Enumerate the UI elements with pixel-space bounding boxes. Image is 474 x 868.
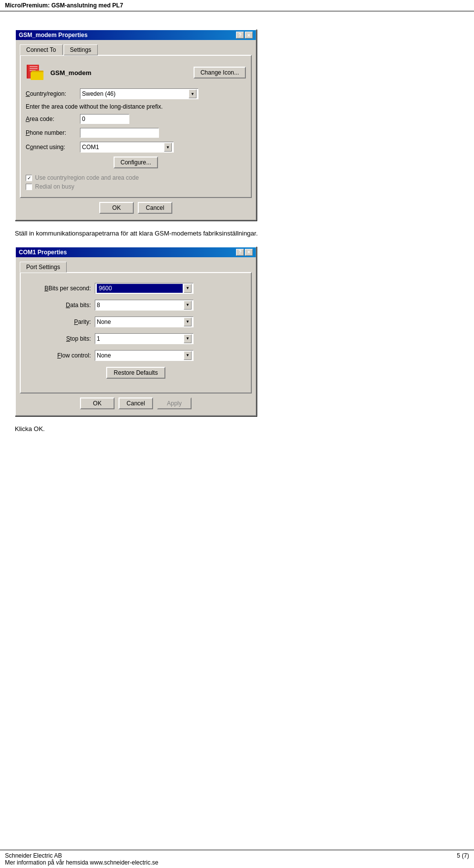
parity-row: Parity: None ▼ — [36, 316, 236, 327]
restore-defaults-row: Restore Defaults — [36, 367, 236, 379]
section-text: Ställ in kommunikationsparapetrarna för … — [15, 229, 459, 238]
tab-settings[interactable]: Settings — [64, 44, 98, 55]
checkbox-country-code[interactable]: ✓ — [26, 175, 32, 181]
restore-defaults-button[interactable]: Restore Defaults — [106, 367, 165, 379]
gsm-tab-content: GSM_modem Change Icon... Country/region:… — [20, 55, 252, 198]
gsm-dialog: GSM_modem Properties ? × Connect To Sett… — [15, 29, 257, 221]
data-bits-combo-arrow[interactable]: ▼ — [184, 301, 192, 310]
page-title: Micro/Premium: GSM-anslutning med PL7 — [5, 2, 123, 9]
connect-using-combo[interactable]: COM1 ▼ — [80, 142, 174, 153]
com1-titlebar-buttons: ? × — [236, 249, 253, 256]
footer-left: Schneider Electric AB Mer information på… — [5, 852, 158, 866]
bits-combo[interactable]: 9600 ▼ — [95, 283, 194, 294]
com1-tab-content: BBits per second: 9600 ▼ Data bits: — [20, 272, 252, 394]
country-combo[interactable]: Sweden (46) ▼ — [80, 88, 198, 99]
phone-input[interactable] — [80, 128, 159, 138]
gsm-cancel-button[interactable]: Cancel — [138, 202, 172, 214]
data-bits-combo[interactable]: 8 ▼ — [95, 300, 194, 311]
country-row: Country/region: Sweden (46) ▼ — [26, 88, 246, 99]
gsm-dialog-buttons: OK Cancel — [20, 198, 252, 216]
modem-icon — [26, 63, 45, 82]
configure-row: Configure... — [26, 157, 246, 168]
svg-rect-6 — [31, 72, 43, 80]
footer-company: Schneider Electric AB — [5, 852, 158, 859]
modem-name: GSM_modem — [50, 69, 91, 77]
phone-label: Phone number: — [26, 129, 80, 136]
area-code-row: Area code: — [26, 114, 246, 124]
page-footer: Schneider Electric AB Mer information på… — [0, 850, 474, 868]
gsm-tab-strip: Connect To Settings — [20, 44, 252, 55]
parity-label: Parity: — [36, 318, 95, 325]
svg-rect-2 — [30, 66, 38, 67]
com1-close-button[interactable]: × — [245, 249, 253, 256]
gsm-dialog-title: GSM_modem Properties — [19, 32, 87, 39]
connect-using-row: Connect using: COM1 ▼ — [26, 142, 246, 153]
gsm-close-button[interactable]: × — [245, 32, 253, 39]
bits-label: BBits per second: — [36, 285, 95, 292]
bits-row: BBits per second: 9600 ▼ — [36, 283, 236, 294]
flow-control-label: Flow control: — [36, 352, 95, 359]
modem-icon-area: GSM_modem Change Icon... — [26, 63, 246, 82]
country-label: Country/region: — [26, 90, 80, 97]
tab-connect-to[interactable]: Connect To — [20, 44, 63, 55]
configure-button[interactable]: Configure... — [114, 157, 158, 168]
checkbox2-label: Redial on busy — [35, 183, 74, 190]
com1-dialog-titlebar: COM1 Properties ? × — [16, 247, 256, 257]
parity-combo-arrow[interactable]: ▼ — [184, 317, 192, 326]
stop-bits-combo-arrow[interactable]: ▼ — [184, 334, 192, 343]
checkbox1-row: ✓ Use country/region code and area code — [26, 174, 246, 181]
com1-ok-button[interactable]: OK — [80, 397, 115, 409]
tab-port-settings[interactable]: Port Settings — [20, 262, 67, 273]
com1-form: BBits per second: 9600 ▼ Data bits: — [26, 278, 246, 388]
svg-rect-3 — [30, 68, 38, 69]
stop-bits-row: Stop bits: 1 ▼ — [36, 333, 236, 344]
com1-dialog: COM1 Properties ? × Port Settings — [15, 246, 257, 416]
com1-apply-button[interactable]: Apply — [157, 397, 192, 409]
com1-tab-strip: Port Settings — [20, 261, 252, 272]
com1-dialog-body: Port Settings BBits per second: 9600 ▼ — [16, 257, 256, 415]
footer-page: 5 (7) — [457, 852, 469, 866]
flow-control-row: Flow control: None ▼ — [36, 350, 236, 361]
flow-control-combo-arrow[interactable]: ▼ — [184, 351, 192, 360]
data-bits-row: Data bits: 8 ▼ — [36, 300, 236, 311]
change-icon-button[interactable]: Change Icon... — [194, 67, 246, 79]
checkbox1-label: Use country/region code and area code — [35, 174, 139, 181]
flow-control-combo[interactable]: None ▼ — [95, 350, 194, 361]
connect-using-combo-arrow[interactable]: ▼ — [164, 143, 172, 152]
phone-row: Phone number: — [26, 128, 246, 138]
stop-bits-combo[interactable]: 1 ▼ — [95, 333, 194, 344]
parity-combo[interactable]: None ▼ — [95, 316, 194, 327]
gsm-titlebar-buttons: ? × — [236, 32, 253, 39]
main-content: GSM_modem Properties ? × Connect To Sett… — [0, 11, 474, 449]
gsm-dialog-titlebar: GSM_modem Properties ? × — [16, 30, 256, 40]
com1-help-button[interactable]: ? — [236, 249, 244, 256]
checkbox2-row: Redial on busy — [26, 183, 246, 190]
data-bits-label: Data bits: — [36, 302, 95, 309]
checkbox-redial[interactable] — [26, 184, 32, 190]
com1-dialog-buttons: OK Cancel Apply — [20, 394, 252, 411]
area-code-hint: Enter the area code without the long-dis… — [26, 103, 246, 110]
footer-website: Mer information på vår hemsida www.schne… — [5, 859, 158, 866]
connect-using-label: Connect using: — [26, 144, 80, 151]
gsm-ok-button[interactable]: OK — [99, 202, 134, 214]
page-header: Micro/Premium: GSM-anslutning med PL7 — [0, 0, 474, 11]
bottom-text: Klicka OK. — [15, 424, 459, 434]
gsm-dialog-body: Connect To Settings — [16, 40, 256, 220]
bits-combo-arrow[interactable]: ▼ — [184, 284, 192, 293]
com1-cancel-button[interactable]: Cancel — [118, 397, 153, 409]
area-code-label: Area code: — [26, 116, 80, 122]
com1-dialog-title: COM1 Properties — [19, 249, 67, 256]
gsm-help-button[interactable]: ? — [236, 32, 244, 39]
country-combo-arrow[interactable]: ▼ — [189, 89, 197, 98]
area-code-input[interactable] — [80, 114, 129, 124]
stop-bits-label: Stop bits: — [36, 335, 95, 342]
